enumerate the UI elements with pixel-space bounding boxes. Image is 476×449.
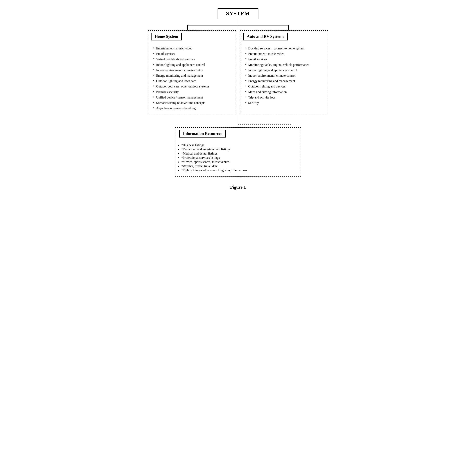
bullet-icon: • [245,68,247,72]
figure-caption: Figure 1 [230,185,246,190]
bullet-icon: • [181,159,183,164]
list-item: •Unified device / sensor management [153,95,231,100]
list-item: •Premises security [153,89,231,95]
information-resources-box: Information Resources •Business listings… [175,127,301,176]
middle-section: Home System •Entertainment: music, video… [148,30,328,115]
list-item: •Movies, sports scores, music venues [181,159,295,164]
bullet-icon: • [245,84,247,88]
list-item: •Restaurant and entertainment listings [181,147,295,151]
list-item: •Weather, traffic, travel data [181,164,295,168]
bullet-icon: • [181,164,183,168]
bullet-icon: • [245,57,247,61]
list-item: •Scenarios using relative time concepts [153,100,231,106]
bullet-icon: • [245,90,247,94]
bullet-icon: • [245,95,247,99]
bullet-icon: • [181,168,183,172]
bullet-icon: • [153,95,154,99]
list-item: •Entertainment: music, video [245,51,323,57]
bullet-icon: • [153,57,154,61]
home-system-title: Home System [151,33,182,40]
list-item: •Virtual neighborhood services [153,57,231,62]
list-item: •Email services [245,57,323,62]
bottom-connector [148,115,328,127]
information-resources-list: •Business listings•Restaurant and entert… [181,143,295,172]
bullet-icon: • [153,106,154,110]
bullet-icon: • [153,84,154,88]
system-label: SYSTEM [226,11,250,17]
bottom-box-wrapper: Information Resources •Business listings… [148,127,328,176]
list-item: •Energy monitoring and management [153,73,231,78]
list-item: •Email services [153,51,231,57]
system-node: SYSTEM [218,8,259,19]
bullet-icon: • [245,46,247,50]
list-item: •Monitoring: tanks, engine, vehicle perf… [245,62,323,68]
list-item: •Indoor lighting and appliances control [245,68,323,73]
list-item: •Docking services – connect to home syst… [245,46,323,51]
list-item: •Entertainment: music, video [153,46,231,51]
list-item: •Outdoor lighting and lawn care [153,78,231,84]
bullet-icon: • [153,63,154,67]
home-system-box: Home System •Entertainment: music, video… [148,30,236,115]
bottom-section: Information Resources •Business listings… [148,127,328,176]
top-connectors-svg [148,19,328,30]
bullet-icon: • [245,51,247,56]
list-item: •Indoor environment / climate control [153,68,231,73]
bullet-icon: • [181,151,183,155]
list-item: •Medical and dental listings [181,151,295,155]
diagram-container: SYSTEM Home System •Entertainme [148,8,328,190]
top-section: SYSTEM Home System •Entertainme [148,8,328,115]
information-resources-title: Information Resources [179,130,226,137]
list-item: •Business listings [181,143,295,147]
bullet-icon: • [153,90,154,94]
bullet-icon: • [153,46,154,50]
auto-rv-list: •Docking services – connect to home syst… [245,46,323,106]
bullet-icon: • [181,147,183,151]
list-item: •Asynchronous events handling [153,106,231,111]
list-item: •Professional services listings [181,155,295,159]
bullet-icon: • [153,101,154,104]
list-item: •Maps and driving information [245,89,323,95]
list-item: •Outdoor pool care, other outdoor system… [153,84,231,89]
bullet-icon: • [153,68,154,72]
auto-rv-title: Auto and RV Systems [243,33,288,40]
bullet-icon: • [153,79,154,83]
connector-area [148,19,328,30]
bottom-connector-svg [148,115,328,127]
bullet-icon: • [245,101,247,104]
bullet-icon: • [181,142,183,147]
list-item: •Tightly integrated; no searching, simpl… [181,168,295,172]
list-item: •Energy monitoring and management [245,78,323,84]
list-item: •Trip and activity logs [245,95,323,100]
bullet-icon: • [153,51,154,56]
bullet-icon: • [245,79,247,83]
list-item: •Security [245,100,323,106]
bullet-icon: • [245,73,247,77]
bullet-icon: • [181,155,183,159]
list-item: •Indoor environment / climate control [245,73,323,78]
list-item: •Indoor lighting and appliances control [153,62,231,68]
bullet-icon: • [153,73,154,77]
bullet-icon: • [245,63,247,67]
list-item: •Outdoor lighting and devices [245,84,323,89]
auto-rv-box: Auto and RV Systems •Docking services – … [240,30,328,115]
home-system-list: •Entertainment: music, video•Email servi… [153,46,231,111]
